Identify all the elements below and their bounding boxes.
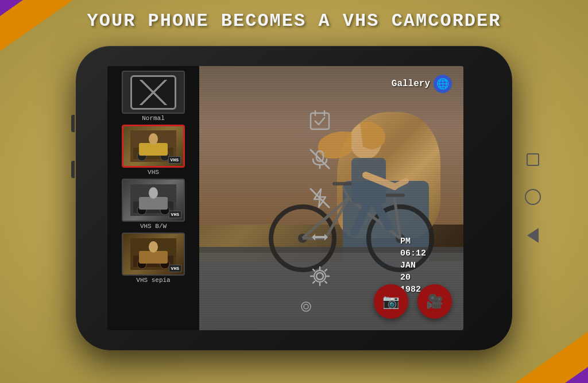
- flip-camera-button[interactable]: [308, 226, 331, 249]
- settings-small-icon: [300, 300, 312, 313]
- volume-button-up[interactable]: [71, 115, 75, 132]
- globe-icon: 🌐: [434, 75, 452, 93]
- svg-line-28: [394, 198, 400, 238]
- timer-icon: [310, 110, 330, 130]
- gallery-label: Gallery: [392, 79, 430, 89]
- volume-button-down[interactable]: [71, 161, 75, 178]
- mic-off-icon: [310, 149, 330, 169]
- video-record-button[interactable]: 🎥: [417, 284, 452, 319]
- phone-screen: Normal: [107, 66, 463, 330]
- app-tagline: YOUR PHONE BECOMES A VHS CAMCORDER: [0, 10, 588, 32]
- gallery-button[interactable]: Gallery 🌐: [392, 75, 452, 93]
- filter-vhs-label: VHS: [148, 169, 159, 176]
- svg-point-48: [304, 304, 308, 309]
- svg-point-17: [149, 241, 158, 253]
- filter-normal-preview: [122, 71, 185, 114]
- filter-vhsbw-preview: VHS: [122, 179, 185, 222]
- camera-video-icon: 🎥: [426, 293, 443, 310]
- svg-point-11: [149, 187, 158, 199]
- flip-icon: [310, 227, 330, 247]
- svg-rect-16: [139, 251, 168, 264]
- phone-body-container: Normal: [76, 46, 512, 350]
- phone-mockup: Normal: [76, 46, 512, 350]
- svg-point-49: [301, 302, 311, 311]
- vhs-badge: VHS: [168, 156, 181, 164]
- svg-line-35: [394, 181, 406, 187]
- sepia-badge: VHS: [169, 265, 181, 272]
- flash-off-button[interactable]: [308, 187, 331, 210]
- recents-button[interactable]: [527, 153, 539, 166]
- timestamp-area: PM 06:12 JAN 20 1982: [300, 299, 312, 313]
- filter-vhsbw-label: VHS B/W: [140, 223, 167, 230]
- vhsbw-badge: VHS: [169, 211, 181, 218]
- filter-vhssepia-preview: VHS: [122, 233, 185, 276]
- settings-button[interactable]: [308, 265, 331, 288]
- svg-rect-38: [311, 113, 329, 129]
- timer-button[interactable]: [308, 109, 331, 131]
- filter-vhs[interactable]: VHS VHS: [121, 125, 187, 176]
- home-button[interactable]: [525, 189, 541, 205]
- filter-panel: Normal: [107, 66, 199, 330]
- filter-normal[interactable]: Normal: [121, 71, 187, 122]
- svg-point-46: [316, 273, 323, 280]
- camera-viewfinder: Gallery 🌐: [199, 66, 463, 330]
- filter-vhs-preview: VHS: [122, 125, 185, 168]
- svg-point-5: [149, 133, 158, 145]
- filter-vhs-sepia[interactable]: VHS VHS sepia: [121, 233, 187, 284]
- svg-rect-4: [139, 143, 168, 156]
- android-nav-buttons: [525, 153, 541, 243]
- filter-normal-label: Normal: [142, 115, 165, 122]
- timestamp-line1: PM 06:12: [400, 237, 426, 258]
- settings-icon: [310, 266, 330, 287]
- x-line2: [135, 80, 172, 105]
- mic-off-button[interactable]: [308, 148, 331, 171]
- back-button[interactable]: [527, 228, 539, 243]
- action-buttons: 📷 🎥: [374, 284, 452, 319]
- svg-rect-10: [139, 197, 168, 210]
- x-icon-box: [130, 75, 176, 110]
- filter-vhs-bw[interactable]: VHS VHS B/W: [121, 179, 187, 230]
- camera-controls-panel: [291, 89, 349, 307]
- flash-off-icon: [310, 188, 330, 208]
- phone-body: Normal: [76, 46, 512, 350]
- camera-photo-icon: 📷: [382, 293, 400, 310]
- filter-sepia-label: VHS sepia: [136, 277, 170, 284]
- photo-capture-button[interactable]: 📷: [374, 284, 408, 319]
